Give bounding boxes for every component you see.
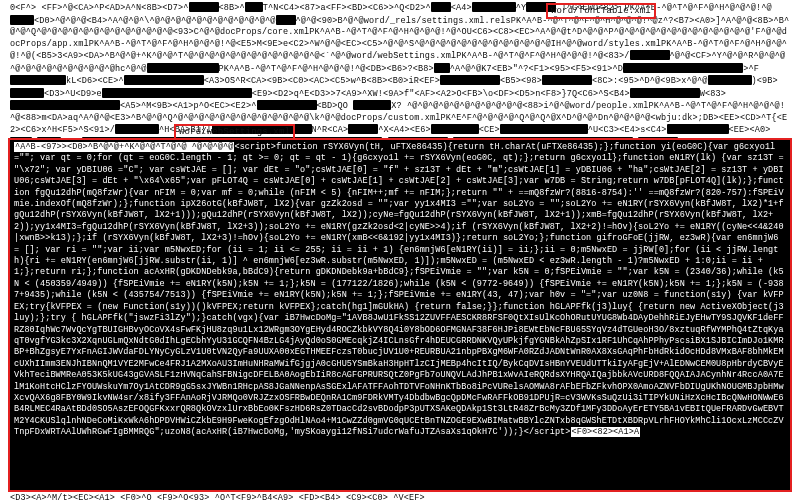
script-prefix-bytes: ^A^B-<97>><D0>^B^@^@+^K^@^@^T^@^@ ^@^@^@… [14, 142, 234, 152]
hex-viewer-root: 0<F^> <FF>^@<CA>^P<AD>A^N<8B><D7>^<8B>^T… [0, 0, 800, 500]
embedded-script-block: ^A^B-<97>><D0>^B^@^@+^K^@^@^T^@^@ ^@^@^@… [8, 138, 792, 492]
script-suffix-bytes: <F0><82><A1>A [571, 427, 641, 437]
hex-dump-upper: 0<F^> <FF>^@<CA>^P<AD>A^N<8B><D7>^<8B>^T… [10, 2, 790, 142]
script-close: ipt> [550, 427, 571, 437]
hex-dump-tail: <D3><A>^M/t><EC><A1> <F0>^O <F9>^O<93> ^… [10, 493, 425, 500]
script-body: <script>function rSYX6Vyn(tH, uFTXe86435… [14, 142, 784, 437]
highlight-font-table: word/fontTable.xml [546, 3, 656, 19]
